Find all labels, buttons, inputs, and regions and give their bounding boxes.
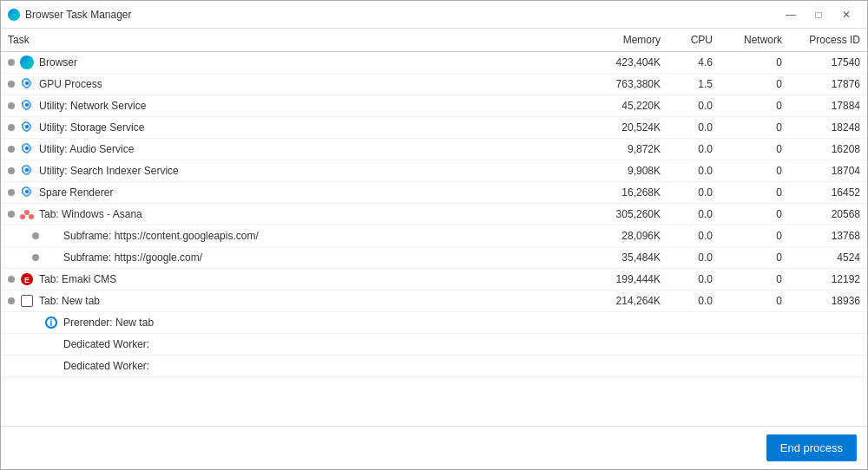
table-row[interactable]: Subframe: https://google.com/35,484K0.00…	[1, 247, 867, 269]
process-pid: 17876	[789, 74, 867, 95]
table-row[interactable]: Tab: Windows - Asana305,260K0.0020568	[1, 204, 867, 225]
empty-icon	[44, 229, 58, 243]
process-name: Dedicated Worker:	[63, 338, 149, 350]
process-memory: 20,524K	[589, 117, 667, 139]
table-row[interactable]: Tab: New tab214,264K0.0018936	[1, 290, 867, 312]
process-memory: 423,404K	[589, 52, 667, 74]
process-name: Dedicated Worker:	[63, 360, 149, 372]
empty-icon	[44, 337, 58, 351]
table-row[interactable]: Dedicated Worker:	[1, 334, 867, 356]
close-button[interactable]: ✕	[832, 6, 860, 23]
process-network: 0	[720, 160, 789, 182]
col-header-network[interactable]: Network	[720, 29, 789, 52]
gear-icon	[20, 121, 34, 134]
process-name: Utility: Storage Service	[39, 121, 144, 134]
end-process-button[interactable]: End process	[766, 434, 857, 461]
process-name: Tab: Emaki CMS	[39, 273, 116, 285]
col-header-cpu[interactable]: CPU	[667, 29, 720, 52]
process-memory: 35,484K	[589, 247, 667, 269]
table-row[interactable]: Utility: Audio Service9,872K0.0016208	[1, 139, 867, 160]
process-network: 0	[720, 74, 789, 95]
table-row[interactable]: Spare Renderer16,268K0.0016452	[1, 182, 867, 204]
process-network: 0	[720, 269, 789, 290]
gear-icon	[20, 99, 34, 113]
process-memory: 305,260K	[589, 204, 667, 225]
svg-point-6	[24, 210, 30, 215]
process-memory: 9,872K	[589, 139, 667, 160]
table-row[interactable]: Utility: Network Service45,220K0.0017884	[1, 95, 867, 117]
process-network: 0	[720, 247, 789, 269]
footer: End process	[1, 426, 867, 469]
process-memory: 45,220K	[589, 95, 667, 117]
process-memory	[589, 356, 667, 377]
gear-icon	[20, 77, 34, 91]
table-row[interactable]: Browser423,404K4.6017540	[1, 52, 867, 74]
process-pid: 16452	[789, 182, 867, 204]
process-cpu: 0.0	[667, 269, 720, 290]
process-memory: 763,380K	[589, 74, 667, 95]
asana-icon	[20, 207, 34, 221]
process-pid: 4524	[789, 247, 867, 269]
process-memory: 16,268K	[589, 182, 667, 204]
process-network: 0	[720, 52, 789, 74]
process-pid: 12192	[789, 269, 867, 290]
empty-icon	[44, 359, 58, 373]
table-row[interactable]: Subframe: https://content.googleapis.com…	[1, 225, 867, 247]
process-name: Tab: Windows - Asana	[39, 208, 142, 220]
process-memory: 214,264K	[589, 290, 667, 312]
process-cpu	[667, 356, 720, 377]
title-bar-left: Browser Task Manager	[8, 9, 777, 21]
process-memory: 9,908K	[589, 160, 667, 182]
process-cpu	[667, 334, 720, 356]
table-row[interactable]: Dedicated Worker:	[1, 356, 867, 377]
table-row[interactable]: GPU Process763,380K1.5017876	[1, 74, 867, 95]
process-pid: 18704	[789, 160, 867, 182]
process-network: 0	[720, 95, 789, 117]
process-cpu: 0.0	[667, 160, 720, 182]
col-header-pid[interactable]: Process ID	[789, 29, 867, 52]
process-network: 0	[720, 290, 789, 312]
svg-point-2	[25, 125, 29, 128]
minimize-button[interactable]: —	[777, 6, 805, 23]
process-name: Tab: New tab	[39, 295, 100, 307]
process-name: Utility: Network Service	[39, 100, 146, 112]
table-row[interactable]: iPrerender: New tab	[1, 312, 867, 334]
table-row[interactable]: ETab: Emaki CMS199,444K0.0012192	[1, 269, 867, 290]
svg-point-0	[25, 82, 29, 85]
process-pid: 17884	[789, 95, 867, 117]
process-cpu: 0.0	[667, 139, 720, 160]
process-name: GPU Process	[39, 78, 102, 90]
process-pid: 13768	[789, 225, 867, 247]
gear-icon	[20, 164, 34, 178]
app-icon	[8, 9, 20, 21]
process-name: Prerender: New tab	[63, 317, 154, 329]
col-header-memory[interactable]: Memory	[589, 29, 667, 52]
process-network: 0	[720, 204, 789, 225]
browser-task-manager-window: Browser Task Manager — □ ✕ Task Memory C…	[0, 0, 868, 470]
process-network: 0	[720, 139, 789, 160]
maximize-button[interactable]: □	[805, 6, 832, 23]
svg-point-7	[20, 214, 25, 219]
table-row[interactable]: Utility: Search Indexer Service9,908K0.0…	[1, 160, 867, 182]
process-pid	[789, 356, 867, 377]
process-memory	[589, 334, 667, 356]
process-cpu: 0.0	[667, 117, 720, 139]
empty-icon	[44, 251, 58, 264]
emaki-icon: E	[20, 272, 34, 286]
process-network: 0	[720, 117, 789, 139]
table-container[interactable]: Task Memory CPU Network Process ID Brows…	[1, 29, 867, 426]
process-table: Task Memory CPU Network Process ID Brows…	[1, 29, 867, 377]
process-cpu: 0.0	[667, 290, 720, 312]
process-cpu: 0.0	[667, 182, 720, 204]
table-row[interactable]: Utility: Storage Service20,524K0.0018248	[1, 117, 867, 139]
process-memory: 28,096K	[589, 225, 667, 247]
process-pid: 20568	[789, 204, 867, 225]
prerender-icon: i	[44, 316, 58, 330]
main-content: Task Memory CPU Network Process ID Brows…	[1, 29, 867, 469]
process-cpu: 4.6	[667, 52, 720, 74]
col-header-task[interactable]: Task	[1, 29, 589, 52]
process-cpu	[667, 312, 720, 334]
process-network	[720, 312, 789, 334]
table-body: Browser423,404K4.6017540GPU Process763,3…	[1, 52, 867, 377]
process-pid	[789, 334, 867, 356]
